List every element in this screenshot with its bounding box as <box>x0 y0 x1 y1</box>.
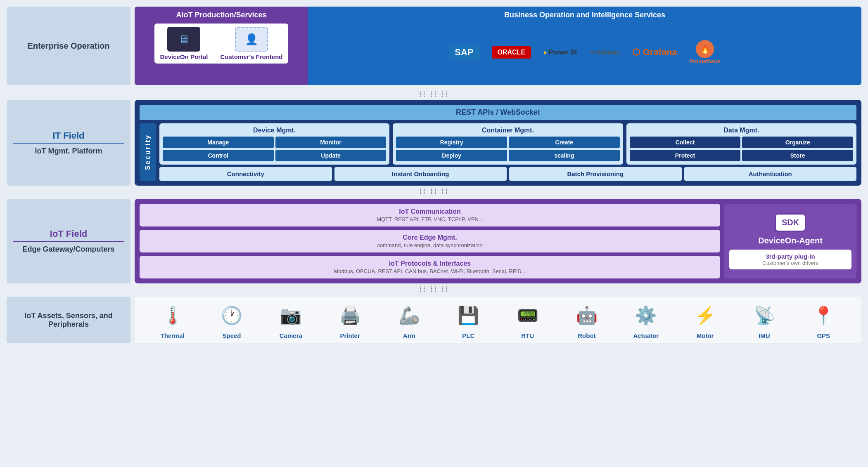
sap-logo: SAP <box>449 45 479 60</box>
enterprise-label-text: Enterprise Operation <box>28 41 110 51</box>
aiot-title: AIoT Production/Services <box>176 11 266 19</box>
speed-label: Speed <box>222 332 241 339</box>
plc-icon: 💾 <box>454 301 483 330</box>
actuator-icon: ⚙️ <box>631 301 660 330</box>
connectivity-item: Connectivity <box>159 167 332 181</box>
iot-proto-title: IoT Protocols & Interfaces <box>145 260 714 267</box>
edge-left: IoT Communication MQTT, REST API, FTP, V… <box>140 204 720 278</box>
prometheus-text: Prometheus <box>690 58 721 64</box>
connector-3: ⁞⁞ ⁞⁞ ⁞⁞ <box>7 283 861 295</box>
enterprise-top: AIoT Production/Services 🖥 DeviceOn Port… <box>135 7 861 85</box>
printer-icon: 🖨️ <box>336 301 365 330</box>
monitor-btn[interactable]: Monitor <box>275 137 387 148</box>
camera-label: Camera <box>280 332 302 339</box>
camera-icon: 📷 <box>276 301 305 330</box>
speed-icon: 🕐 <box>217 301 246 330</box>
third-party-title: 3rd-party plug-in <box>736 253 845 260</box>
itfield-subtitle: IoT Mgmt. Platform <box>35 147 102 156</box>
actuator-item: ⚙️ Actuator <box>631 301 660 339</box>
scaling-btn[interactable]: scaling <box>509 150 620 161</box>
data-mgmt-title: Data Mgmt. <box>630 127 853 134</box>
robot-item: 🤖 Robot <box>572 301 601 339</box>
assets-row: IoT Assets, Sensors, and Peripherals 🌡️ … <box>7 297 861 343</box>
enterprise-row: Enterprise Operation AIoT Production/Ser… <box>7 7 861 85</box>
gps-icon: 📍 <box>809 301 838 330</box>
iot-mgmt-box: REST APIs / WebSocket Security Device Mg… <box>135 100 861 186</box>
mgmt-panels: Device Mgmt. Manage Monitor Control Upda… <box>159 123 856 181</box>
camera-item: 📷 Camera <box>276 301 305 339</box>
enterprise-right: AIoT Production/Services 🖥 DeviceOn Port… <box>135 7 861 85</box>
core-edge-subtitle: command, rule engine, data synchronizati… <box>145 242 714 248</box>
iotfield-title: IoT Field <box>13 229 124 242</box>
data-mgmt-buttons: Collect Organize Protect Store <box>630 137 853 161</box>
business-logos: SAP ORACLE ▪ Power BI ✦+tableau <box>316 24 853 81</box>
device-mgmt-title: Device Mgmt. <box>163 127 386 134</box>
grafana-logo: ⬡ Grafana <box>632 47 677 58</box>
thermal-item: 🌡️ Thermal <box>158 301 187 339</box>
connector-2: ⁞⁞ ⁞⁞ ⁞⁞ <box>7 186 861 197</box>
assets-label: IoT Assets, Sensors, and Peripherals <box>7 297 130 343</box>
business-section: Business Operation and Intelligence Serv… <box>308 7 861 85</box>
mgmt-row: Security Device Mgmt. Manage Monitor Con… <box>140 123 856 181</box>
arm-label: Arm <box>403 332 415 339</box>
rtu-item: 📟 RTU <box>513 301 542 339</box>
organize-btn[interactable]: Organize <box>742 137 853 148</box>
arm-icon: 🦾 <box>395 301 424 330</box>
data-mgmt-panel: Data Mgmt. Collect Organize Protect Stor… <box>626 123 856 165</box>
actuator-label: Actuator <box>633 332 659 339</box>
container-mgmt-title: Container Mgmt. <box>396 127 619 134</box>
update-btn[interactable]: Update <box>275 150 387 161</box>
iot-proto-panel: IoT Protocols & Interfaces Modbus, OPCUA… <box>140 256 720 278</box>
business-title: Business Operation and Intelligence Serv… <box>316 11 853 19</box>
oracle-logo: ORACLE <box>492 46 531 59</box>
deviceon-portal-label: DeviceOn Portal <box>160 53 208 60</box>
motor-label: Motor <box>697 332 714 339</box>
deploy-btn[interactable]: Deploy <box>396 150 507 161</box>
authentication-item: Authentication <box>684 167 857 181</box>
printer-label: Printer <box>340 332 360 339</box>
instant-onboarding-item: Instant Onboarding <box>334 167 507 181</box>
deviceon-portal-icon: 🖥 <box>167 27 200 52</box>
deviceon-portal-item: 🖥 DeviceOn Portal <box>160 27 208 60</box>
customer-frontend-icon: 👤 <box>235 27 268 52</box>
tableau-logo: ✦+tableau <box>589 49 620 56</box>
edge-box: IoT Communication MQTT, REST API, FTP, V… <box>135 199 861 283</box>
prometheus-logo: 🔥 Prometheus <box>690 40 721 64</box>
motor-icon: ⚡ <box>691 301 720 330</box>
rest-api-bar: REST APIs / WebSocket <box>140 105 856 120</box>
aiot-section: AIoT Production/Services 🖥 DeviceOn Port… <box>135 7 308 85</box>
create-btn[interactable]: Create <box>509 137 620 148</box>
speed-item: 🕐 Speed <box>217 301 246 339</box>
control-btn[interactable]: Control <box>163 150 274 161</box>
imu-icon: 📡 <box>750 301 779 330</box>
core-edge-panel: Core Edge Mgmt. command, rule engine, da… <box>140 230 720 252</box>
powerbi-logo: ▪ Power BI <box>543 47 577 58</box>
robot-label: Robot <box>578 332 595 339</box>
store-btn[interactable]: Store <box>742 150 853 161</box>
plc-label: PLC <box>462 332 474 339</box>
iotfield-row: IoT Field Edge Gateway/Computers IoT Com… <box>7 199 861 283</box>
arm-item: 🦾 Arm <box>395 301 424 339</box>
rtu-icon: 📟 <box>513 301 542 330</box>
enterprise-label: Enterprise Operation <box>7 7 130 85</box>
prometheus-icon: 🔥 <box>696 40 714 58</box>
iotfield-label: IoT Field Edge Gateway/Computers <box>7 199 130 283</box>
itfield-row: IT Field IoT Mgmt. Platform REST APIs / … <box>7 100 861 186</box>
assets-icons: 🌡️ Thermal 🕐 Speed 📷 Camera 🖨️ Printer 🦾… <box>135 297 861 343</box>
iot-comm-subtitle: MQTT, REST API, FTP, VNC, TCP/IP, VPN... <box>145 216 714 222</box>
thermal-icon: 🌡️ <box>158 301 187 330</box>
imu-item: 📡 IMU <box>750 301 779 339</box>
batch-provisioning-item: Batch Provisioning <box>509 167 682 181</box>
plc-item: 💾 PLC <box>454 301 483 339</box>
assets-label-text: IoT Assets, Sensors, and Peripherals <box>13 311 124 329</box>
connectivity-row: Connectivity Instant Onboarding Batch Pr… <box>159 167 856 181</box>
protect-btn[interactable]: Protect <box>630 150 741 161</box>
registry-btn[interactable]: Registry <box>396 137 507 148</box>
third-party-box: 3rd-party plug-in Customer's own drivers <box>729 250 851 269</box>
thermal-label: Thermal <box>160 332 184 339</box>
collect-btn[interactable]: Collect <box>630 137 741 148</box>
manage-btn[interactable]: Manage <box>163 137 274 148</box>
gps-label: GPS <box>817 332 830 339</box>
sdk-label: SDK <box>782 218 799 227</box>
iot-proto-subtitle: Modbus, OPCUA, REST API, CAN bus, BACnet… <box>145 268 714 274</box>
